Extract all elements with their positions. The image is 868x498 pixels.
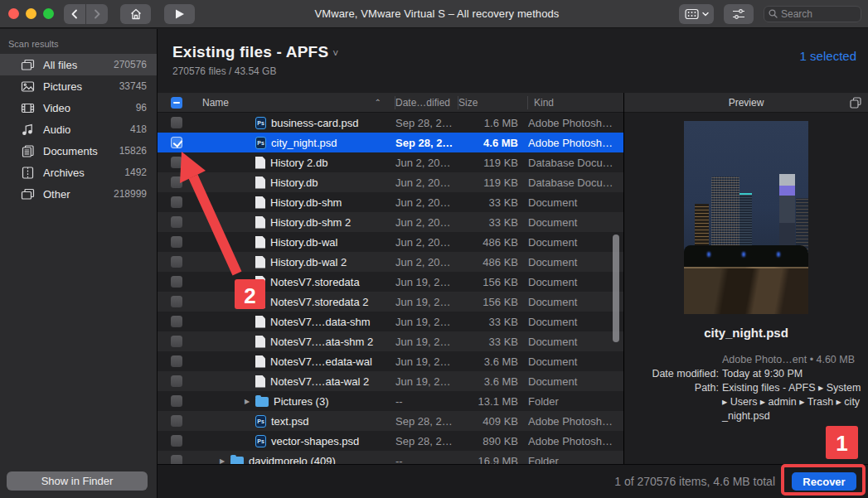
row-checkbox[interactable] (171, 276, 182, 288)
row-checkbox[interactable] (171, 256, 182, 268)
row-checkbox[interactable] (171, 157, 182, 168)
table-row[interactable]: ▶ NotesV7.…data-shm Jun 19, 2… 33 KB Doc… (158, 312, 623, 331)
table-row[interactable]: ▶ Ps city_night.psd Sep 28, 2… 4.6 MB Ad… (158, 133, 623, 152)
zoom-window-button[interactable] (43, 8, 54, 19)
row-checkbox[interactable] (171, 455, 182, 464)
other-icon (20, 186, 35, 201)
file-kind: Document (528, 355, 623, 368)
bottom-bar: 1 of 270576 items, 4.6 MB total Recover (158, 464, 868, 498)
search-field[interactable] (764, 6, 861, 22)
back-button[interactable] (64, 4, 85, 24)
close-window-button[interactable] (8, 8, 19, 19)
window-controls (8, 8, 54, 19)
row-checkbox[interactable] (171, 355, 182, 367)
row-checkbox[interactable] (171, 216, 182, 228)
all-files-icon (20, 57, 35, 72)
open-preview-window-icon[interactable] (850, 97, 861, 109)
sidebar-item-audio[interactable]: Audio 418 (0, 118, 157, 140)
column-header-date[interactable]: Date…dified (395, 96, 458, 109)
resume-scan-button[interactable] (164, 4, 195, 24)
row-checkbox[interactable] (171, 137, 182, 148)
file-date-modified: Jun 19, 2… (395, 276, 458, 288)
column-header-size[interactable]: Size (458, 96, 528, 109)
file-size: 409 KB (458, 415, 528, 428)
row-checkbox[interactable] (171, 176, 182, 188)
table-row[interactable]: ▶ NotesV7.…ata-shm 2 Jun 19, 2… 33 KB Do… (158, 331, 623, 351)
column-header-kind[interactable]: Kind (528, 97, 623, 109)
minimize-window-button[interactable] (26, 8, 36, 19)
file-name: NotesV7.storedata (270, 276, 360, 288)
file-size: 486 KB (458, 236, 528, 249)
row-checkbox[interactable] (171, 316, 182, 327)
file-size: 1.6 MB (458, 117, 528, 129)
session-dropdown-chevron-icon[interactable]: ˅ (332, 48, 338, 60)
row-checkbox[interactable] (171, 395, 182, 407)
file-size: 33 KB (458, 216, 528, 229)
table-row[interactable]: ▶ History.db Jun 2, 20… 119 KB Database … (158, 172, 623, 192)
recover-button[interactable]: Recover (792, 472, 856, 491)
file-date-modified: -- (395, 455, 458, 465)
doc-file-icon (255, 296, 265, 308)
disclosure-triangle-icon[interactable]: ▶ (245, 398, 255, 405)
table-row[interactable]: ▶ Ps business-card.psd Sep 28, 2… 1.6 MB… (158, 113, 623, 133)
row-checkbox[interactable] (171, 236, 182, 248)
sort-ascending-icon: ⌃ (375, 98, 381, 107)
doc-file-icon (255, 157, 265, 169)
preview-panel: Preview city_night.psd Adobe P (624, 93, 868, 464)
table-row[interactable]: ▶ davidmorelo (409) -- 16.9 MB Folder (158, 451, 623, 464)
table-row[interactable]: ▶ Pictures (3) -- 13.1 MB Folder (158, 391, 623, 411)
table-row[interactable]: ▶ NotesV7.…edata-wal Jun 19, 2… 3.6 MB D… (158, 351, 623, 371)
file-kind: Folder (528, 395, 623, 408)
table-row[interactable]: ▶ History.db-shm Jun 2, 20… 33 KB Docume… (158, 192, 623, 212)
search-input[interactable] (781, 8, 856, 20)
table-row[interactable]: ▶ History.db-shm 2 Jun 2, 20… 33 KB Docu… (158, 212, 623, 232)
table-row[interactable]: ▶ Ps vector-shapes.psd Sep 28, 2… 890 KB… (158, 431, 623, 451)
sidebar-item-video[interactable]: Video 96 (0, 97, 157, 118)
sidebar-item-pictures[interactable]: Pictures 33745 (0, 75, 157, 97)
chevron-down-icon (702, 12, 709, 17)
file-size: 119 KB (458, 176, 528, 189)
forward-button[interactable] (86, 4, 108, 24)
sidebar-item-label: Pictures (43, 80, 82, 93)
table-scrollbar[interactable] (613, 234, 619, 342)
sidebar-item-documents[interactable]: Documents 15826 (0, 140, 157, 162)
disclosure-triangle-icon[interactable]: ▶ (220, 457, 230, 465)
sidebar-item-all-files[interactable]: All files 270576 (0, 54, 157, 75)
file-kind: Adobe Photosh… (528, 415, 623, 428)
doc-file-icon (255, 176, 265, 189)
row-checkbox[interactable] (171, 296, 182, 307)
row-checkbox[interactable] (171, 375, 182, 387)
scan-summary: 270576 files / 43.54 GB (158, 61, 868, 77)
filter-button[interactable] (724, 4, 754, 24)
table-row[interactable]: ▶ Ps text.psd Sep 28, 2… 409 KB Adobe Ph… (158, 411, 623, 431)
file-name: NotesV7.storedata 2 (270, 296, 369, 308)
table-row[interactable]: ▶ NotesV7.storedata Jun 19, 2… 156 KB Do… (158, 272, 623, 292)
home-button[interactable] (120, 4, 151, 24)
preview-details: Adobe Photo…ent • 4.60 MB Date modified:… (624, 353, 868, 423)
table-row[interactable]: ▶ NotesV7.storedata 2 Jun 19, 2… 156 KB … (158, 292, 623, 312)
selected-count: 1 selected (800, 49, 856, 63)
table-row[interactable]: ▶ History.db-wal Jun 2, 20… 486 KB Docum… (158, 232, 623, 252)
row-checkbox[interactable] (171, 117, 182, 128)
file-name: History.db-shm 2 (270, 216, 351, 229)
row-checkbox[interactable] (171, 415, 182, 427)
file-date-modified: Jun 19, 2… (395, 336, 458, 348)
table-row[interactable]: ▶ History.db-wal 2 Jun 2, 20… 486 KB Doc… (158, 252, 623, 272)
audio-icon (20, 122, 35, 137)
row-checkbox[interactable] (171, 196, 182, 208)
row-checkbox[interactable] (171, 336, 182, 347)
sidebar-item-other[interactable]: Other 218999 (0, 183, 157, 205)
sidebar-item-archives[interactable]: Archives 1492 (0, 162, 157, 183)
table-row[interactable]: ▶ History 2.db Jun 2, 20… 119 KB Databas… (158, 152, 623, 172)
show-in-finder-button[interactable]: Show in Finder (7, 471, 148, 491)
file-name: vector-shapes.psd (271, 435, 359, 447)
app-window: VMware, VMware Virtual S – All recovery … (0, 0, 868, 498)
select-all-checkbox[interactable] (171, 97, 182, 109)
file-name: History 2.db (270, 157, 327, 169)
sidebar-item-count: 96 (136, 102, 147, 114)
file-kind: Document (528, 216, 623, 229)
column-header-name[interactable]: Name ⌃ (191, 96, 395, 109)
row-checkbox[interactable] (171, 435, 182, 447)
table-row[interactable]: ▶ NotesV7.…ata-wal 2 Jun 19, 2… 3.6 MB D… (158, 371, 623, 391)
view-options-button[interactable] (679, 4, 714, 24)
